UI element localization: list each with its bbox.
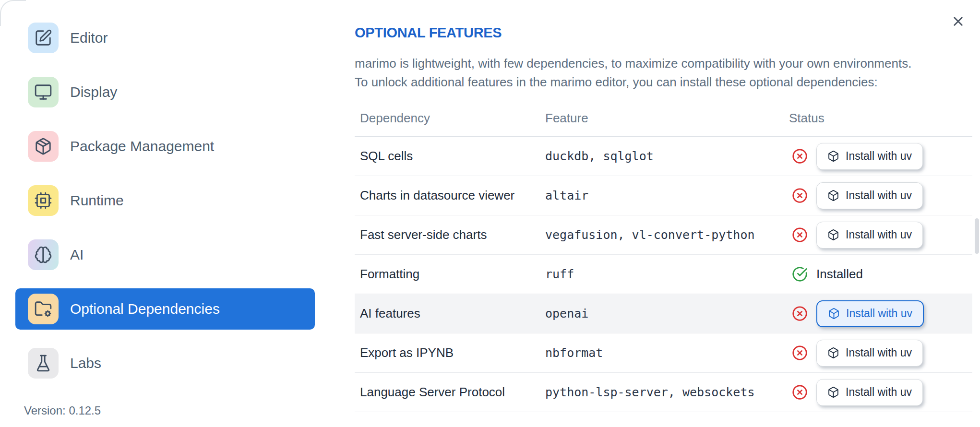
panel-description: marimo is lightweight, with few dependen… [355, 54, 980, 92]
installed-label: Installed [816, 267, 863, 282]
editor-icon [28, 23, 59, 53]
not-installed-icon [792, 345, 808, 361]
sidebar-item-label: Labs [70, 355, 101, 371]
description-line: To unlock additional features in the mar… [355, 73, 980, 92]
install-button-label: Install with uv [846, 150, 912, 163]
box-icon [827, 347, 839, 359]
feature-cell: python-lsp-server, websockets [545, 385, 789, 399]
table-row: SQL cells duckdb, sqlglot Install with u… [355, 137, 972, 176]
table-row: Language Server Protocol python-lsp-serv… [355, 373, 972, 412]
feature-cell: openai [545, 307, 789, 320]
install-button-label: Install with uv [846, 307, 912, 320]
panel-title: OPTIONAL FEATURES [355, 25, 980, 41]
sidebar-item-package-management[interactable]: Package Management [15, 126, 315, 167]
status-cell: Install with uv [789, 300, 972, 327]
not-installed-icon [792, 306, 808, 321]
sidebar-item-optional-dependencies[interactable]: Optional Dependencies [15, 288, 315, 330]
feature-cell: vegafusion, vl-convert-python [545, 228, 789, 242]
feature-cell: nbformat [545, 346, 789, 360]
status-cell: Install with uv [789, 222, 972, 249]
description-line: marimo is lightweight, with few dependen… [355, 54, 980, 73]
sidebar-item-editor[interactable]: Editor [15, 17, 315, 59]
sidebar-item-display[interactable]: Display [15, 71, 315, 113]
status-cell: Install with uv [789, 143, 972, 170]
box-icon [827, 386, 839, 398]
runtime-icon [28, 185, 59, 216]
not-installed-icon [792, 227, 808, 243]
box-icon [828, 308, 840, 320]
optional-deps-icon [28, 294, 59, 324]
package-icon [28, 131, 59, 162]
table-header-row: Dependency Feature Status [355, 100, 972, 137]
sidebar-item-label: Editor [70, 30, 108, 46]
dependency-cell: Formatting [360, 267, 545, 282]
dependency-cell: Charts in datasource viewer [360, 188, 545, 203]
close-icon [951, 14, 966, 30]
sidebar-item-labs[interactable]: Labs [15, 343, 315, 384]
close-button[interactable] [948, 12, 968, 32]
status-cell: Install with uv [789, 182, 972, 209]
feature-cell: ruff [545, 267, 789, 281]
install-with-uv-button[interactable]: Install with uv [816, 379, 923, 406]
install-button-label: Install with uv [846, 346, 912, 359]
not-installed-icon [792, 188, 808, 203]
sidebar-item-label: Optional Dependencies [70, 301, 220, 317]
sidebar-item-label: Package Management [70, 138, 214, 154]
dependencies-table: Dependency Feature Status SQL cells duck… [355, 100, 972, 412]
ai-icon [28, 239, 59, 270]
installed-icon [792, 266, 808, 282]
sidebar-item-label: AI [70, 247, 84, 263]
optional-features-panel: OPTIONAL FEATURES marimo is lightweight,… [328, 0, 980, 427]
scrollbar-thumb[interactable] [975, 218, 979, 254]
display-icon [28, 77, 59, 107]
install-with-uv-button[interactable]: Install with uv [816, 300, 924, 327]
sidebar-item-runtime[interactable]: Runtime [15, 180, 315, 221]
not-installed-icon [792, 384, 808, 400]
settings-sidebar: Editor Display Package Management Runtim… [0, 0, 328, 427]
sidebar-item-label: Display [70, 84, 117, 100]
table-row: AI features openai Install with uv [355, 294, 972, 333]
install-with-uv-button[interactable]: Install with uv [816, 182, 923, 209]
column-header-dependency: Dependency [360, 111, 545, 126]
column-header-status: Status [789, 111, 972, 126]
feature-cell: duckdb, sqlglot [545, 149, 789, 163]
sidebar-item-list: Editor Display Package Management Runtim… [0, 17, 328, 384]
status-cell: Installed [789, 266, 972, 282]
not-installed-icon [792, 148, 808, 164]
box-icon [827, 229, 839, 241]
table-body: SQL cells duckdb, sqlglot Install with u… [355, 137, 972, 412]
sidebar-item-ai[interactable]: AI [15, 234, 315, 275]
install-button-label: Install with uv [846, 228, 912, 241]
labs-icon [28, 348, 59, 379]
status-cell: Install with uv [789, 340, 972, 367]
table-row: Export as IPYNB nbformat Install with uv [355, 333, 972, 373]
version-label: Version: 0.12.5 [24, 404, 101, 417]
sidebar-item-label: Runtime [70, 192, 124, 209]
table-row: Formatting ruff Installed [355, 255, 972, 294]
feature-cell: altair [545, 189, 789, 202]
dependency-cell: Fast server-side charts [360, 227, 545, 242]
table-row: Fast server-side charts vegafusion, vl-c… [355, 215, 972, 255]
status-cell: Install with uv [789, 379, 972, 406]
dependency-cell: Language Server Protocol [360, 385, 545, 400]
install-button-label: Install with uv [846, 189, 912, 202]
table-row: Charts in datasource viewer altair Insta… [355, 176, 972, 215]
install-with-uv-button[interactable]: Install with uv [816, 143, 923, 170]
settings-dialog: Editor Display Package Management Runtim… [0, 0, 980, 427]
dependency-cell: Export as IPYNB [360, 345, 545, 360]
column-header-feature: Feature [545, 111, 789, 126]
box-icon [827, 190, 839, 202]
dependency-cell: SQL cells [360, 149, 545, 164]
dependency-cell: AI features [360, 306, 545, 321]
box-icon [827, 150, 839, 162]
install-button-label: Install with uv [846, 386, 912, 399]
install-with-uv-button[interactable]: Install with uv [816, 340, 923, 367]
install-with-uv-button[interactable]: Install with uv [816, 222, 923, 249]
